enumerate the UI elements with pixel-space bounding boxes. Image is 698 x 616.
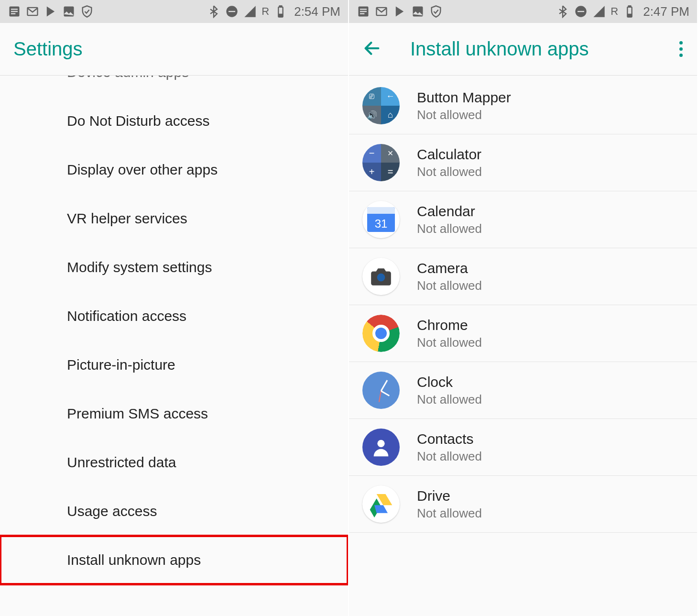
status-bar: R 2:47 PM: [349, 0, 697, 23]
svg-rect-12: [360, 9, 367, 10]
svg-rect-13: [360, 11, 367, 12]
play-store-icon: [44, 5, 57, 18]
app-status: Not allowed: [417, 221, 482, 236]
bluetooth-icon: [207, 5, 220, 18]
roaming-indicator: R: [262, 5, 269, 18]
clock-icon: [362, 372, 400, 409]
settings-item-label: Usage access: [67, 503, 157, 519]
app-status: Not allowed: [417, 165, 482, 179]
status-bar: R 2:54 PM: [0, 0, 348, 23]
app-row[interactable]: ⎚←🔊⌂Button MapperNot allowed: [349, 76, 697, 134]
camera-icon: [362, 258, 400, 295]
overflow-menu-button[interactable]: [679, 41, 683, 57]
app-header: Install unknown apps: [349, 23, 697, 76]
app-name: Camera: [417, 260, 482, 276]
calendar-icon: 31: [362, 201, 400, 238]
svg-rect-20: [629, 6, 631, 7]
settings-item[interactable]: Premium SMS access: [0, 389, 348, 438]
settings-item-label: Picture-in-picture: [67, 357, 175, 373]
app-name: Contacts: [417, 431, 482, 447]
settings-item[interactable]: Install unknown apps: [0, 536, 348, 584]
right-screen: R 2:47 PM Install unknown apps ⎚←🔊⌂Butto…: [349, 0, 698, 616]
app-name: Calendar: [417, 203, 482, 220]
app-status: Not allowed: [417, 506, 482, 521]
settings-item-label: Modify system settings: [67, 259, 212, 275]
app-status: Not allowed: [417, 392, 482, 407]
signal-icon: [243, 5, 257, 18]
svg-rect-18: [578, 11, 584, 12]
settings-item[interactable]: Picture-in-picture: [0, 341, 348, 389]
dnd-icon: [574, 5, 588, 18]
settings-item-label: Premium SMS access: [67, 406, 208, 421]
settings-item[interactable]: Display over other apps: [0, 145, 348, 194]
app-name: Button Mapper: [417, 89, 511, 106]
svg-rect-9: [280, 6, 282, 7]
app-name: Calculator: [417, 146, 482, 163]
app-status: Not allowed: [417, 449, 482, 464]
signal-icon: [592, 5, 606, 18]
svg-point-23: [377, 440, 384, 447]
app-list[interactable]: ⎚←🔊⌂Button MapperNot allowed−×+=Calculat…: [349, 76, 697, 616]
notification-icon: [357, 5, 370, 18]
contacts-icon: [362, 429, 400, 466]
settings-item-label: Device admin apps: [67, 76, 189, 80]
svg-rect-14: [360, 13, 364, 14]
settings-item-label: Display over other apps: [67, 162, 218, 177]
app-name: Chrome: [417, 317, 482, 333]
app-row[interactable]: ClockNot allowed: [349, 362, 697, 419]
settings-item-label: Unrestricted data: [67, 454, 176, 470]
dnd-icon: [225, 5, 239, 18]
app-status: Not allowed: [417, 278, 482, 293]
app-row[interactable]: DriveNot allowed: [349, 476, 697, 533]
app-status: Not allowed: [417, 335, 482, 350]
clock-text: 2:54 PM: [294, 4, 340, 19]
settings-item[interactable]: Modify system settings: [0, 243, 348, 292]
drive-icon: [362, 485, 400, 523]
page-title: Install unknown apps: [410, 38, 589, 60]
app-status: Not allowed: [417, 108, 511, 122]
shield-icon: [80, 5, 94, 18]
notification-icon: [8, 5, 21, 18]
settings-item-label: Notification access: [67, 308, 186, 324]
settings-item-label: Install unknown apps: [67, 552, 201, 568]
app-row[interactable]: ChromeNot allowed: [349, 305, 697, 362]
chrome-icon: [362, 315, 400, 352]
app-name: Clock: [417, 374, 482, 390]
svg-rect-1: [11, 9, 18, 10]
settings-item[interactable]: Do Not Disturb access: [0, 97, 348, 145]
svg-rect-10: [279, 14, 283, 17]
gmail-icon: [26, 5, 39, 18]
svg-point-22: [377, 274, 385, 282]
svg-rect-7: [229, 11, 235, 12]
svg-rect-2: [11, 11, 18, 12]
page-title: Settings: [13, 38, 83, 60]
image-icon: [411, 5, 425, 18]
svg-rect-3: [11, 13, 15, 14]
app-row[interactable]: CameraNot allowed: [349, 248, 697, 305]
app-row[interactable]: 31CalendarNot allowed: [349, 191, 697, 248]
settings-item[interactable]: Notification access: [0, 292, 348, 341]
app-name: Drive: [417, 488, 482, 504]
shield-icon: [429, 5, 443, 18]
clock-text: 2:47 PM: [643, 4, 689, 19]
settings-item-label: Do Not Disturb access: [67, 113, 209, 129]
roaming-indicator: R: [611, 5, 618, 18]
app-header: Settings: [0, 23, 348, 76]
play-store-icon: [393, 5, 406, 18]
image-icon: [62, 5, 76, 18]
calc-icon: −×+=: [362, 144, 400, 181]
settings-item[interactable]: VR helper services: [0, 194, 348, 243]
back-button[interactable]: [362, 39, 382, 60]
bluetooth-icon: [556, 5, 569, 18]
battery-icon: [274, 5, 287, 18]
settings-item[interactable]: Device admin apps: [0, 76, 348, 97]
battery-icon: [623, 5, 636, 18]
btnmapper-icon: ⎚←🔊⌂: [362, 87, 400, 124]
settings-item[interactable]: Unrestricted data: [0, 438, 348, 487]
gmail-icon: [375, 5, 388, 18]
app-row[interactable]: −×+=CalculatorNot allowed: [349, 134, 697, 191]
app-row[interactable]: ContactsNot allowed: [349, 419, 697, 476]
settings-list[interactable]: Device admin appsDo Not Disturb accessDi…: [0, 76, 348, 616]
svg-rect-21: [628, 14, 632, 17]
settings-item[interactable]: Usage access: [0, 487, 348, 536]
